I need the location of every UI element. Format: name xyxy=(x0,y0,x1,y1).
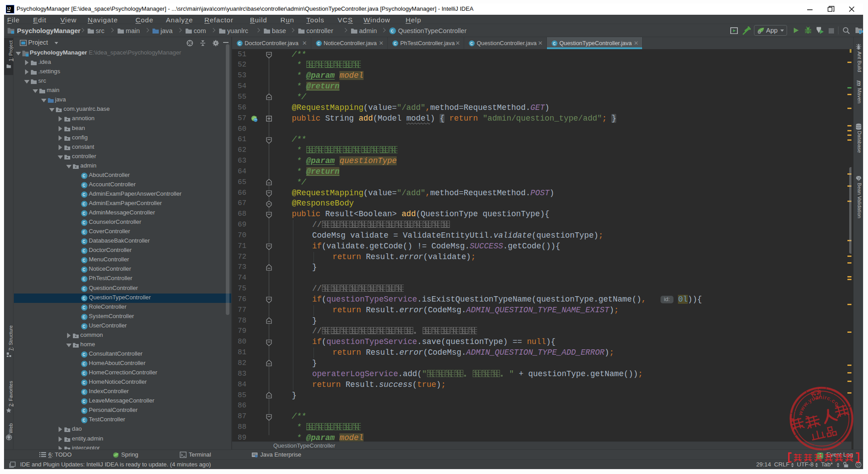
svg-text:C: C xyxy=(83,409,86,414)
svg-text:C: C xyxy=(83,296,86,301)
svg-text:C: C xyxy=(83,230,86,235)
svg-text:C: C xyxy=(83,380,86,386)
svg-text:C: C xyxy=(83,352,86,357)
svg-text:C: C xyxy=(83,286,86,292)
svg-text:C: C xyxy=(83,183,86,188)
svg-text:C: C xyxy=(83,211,86,216)
svg-text:C: C xyxy=(83,361,86,367)
svg-text:C: C xyxy=(83,277,86,282)
svg-text:C: C xyxy=(83,418,86,424)
svg-text:C: C xyxy=(83,315,86,320)
svg-text:IJ: IJ xyxy=(7,6,11,11)
svg-text:C: C xyxy=(83,371,86,376)
svg-text:C: C xyxy=(83,258,86,264)
svg-text:C: C xyxy=(83,192,86,197)
svg-text:C: C xyxy=(83,220,86,226)
svg-text:C: C xyxy=(470,42,473,46)
svg-text:C: C xyxy=(83,399,86,404)
svg-text:C: C xyxy=(238,42,241,46)
svg-text:C: C xyxy=(394,42,396,46)
svg-text:C: C xyxy=(317,42,320,46)
svg-text:C: C xyxy=(83,173,86,179)
svg-text:C: C xyxy=(83,305,86,310)
svg-text:C: C xyxy=(83,239,86,244)
svg-text:C: C xyxy=(83,324,86,329)
svg-text:C: C xyxy=(83,201,86,207)
svg-text:C: C xyxy=(83,268,86,273)
svg-text:C: C xyxy=(553,42,555,46)
svg-text:C: C xyxy=(83,390,86,395)
svg-text:C: C xyxy=(83,249,86,254)
svg-text:C: C xyxy=(391,29,394,34)
